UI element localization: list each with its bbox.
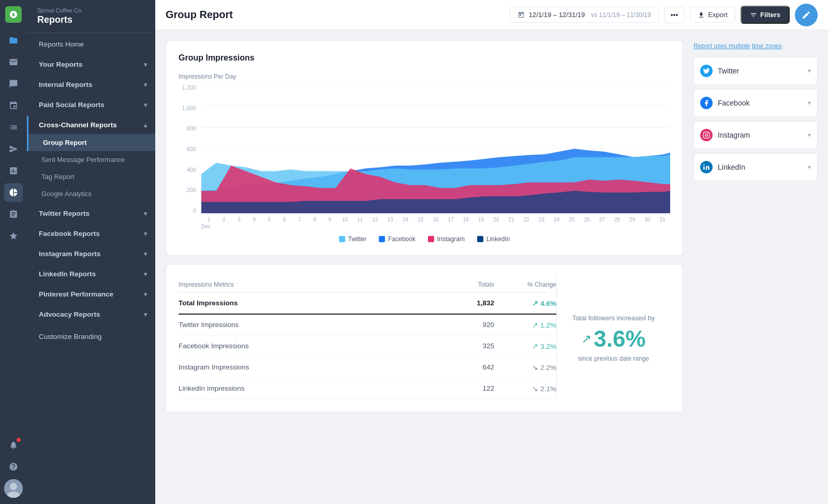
sidebar-label-twitter: Twitter Reports	[39, 210, 90, 217]
network-label-linkedin: LinkedIn	[718, 163, 745, 171]
page-title: Group Report	[166, 9, 233, 21]
chevron-down-icon: ▾	[144, 101, 147, 109]
nav-reports[interactable]	[4, 183, 23, 202]
legend-label-twitter: Twitter	[348, 235, 366, 243]
icon-bar	[0, 0, 27, 504]
y-label-400: 400	[179, 167, 196, 173]
sidebar-label-paid-social: Paid Social Reports	[39, 101, 105, 109]
x-tick: 31	[655, 217, 670, 223]
x-tick: 22	[519, 217, 534, 223]
metrics-side-panel: Total followers increased by ↗ 3.6% sinc…	[556, 277, 670, 399]
sidebar-item-google-analytics[interactable]: Google Analytics	[27, 185, 155, 202]
sidebar-header-linkedin[interactable]: LinkedIn Reports ▾	[27, 265, 155, 283]
y-label-0: 0	[179, 207, 196, 214]
sidebar-item-customize[interactable]: Customize Branding	[27, 328, 155, 346]
network-item-twitter[interactable]: Twitter ▾	[693, 57, 818, 85]
metric-label-linkedin: LinkedIn Impressions	[179, 384, 442, 393]
y-label-200: 200	[179, 187, 196, 193]
nav-folder[interactable]	[4, 31, 23, 50]
edit-button[interactable]	[795, 4, 818, 26]
chart-area: 1,200 1,000 800 600 400 200 0	[179, 84, 670, 229]
nav-bell[interactable]	[4, 436, 23, 454]
x-tick: 21	[504, 217, 519, 223]
y-label-1000: 1,000	[179, 105, 196, 111]
network-item-instagram[interactable]: Instagram ▾	[693, 121, 818, 149]
sidebar-label-pinterest: Pinterest Performance	[39, 290, 113, 298]
nav-send[interactable]	[4, 140, 23, 158]
sidebar-item-group-report[interactable]: Group Report	[27, 134, 155, 151]
chevron-down-icon: ▾	[144, 61, 147, 68]
x-tick: 11	[352, 217, 367, 223]
sidebar-sub-label-tag-report: Tag Report	[41, 173, 75, 181]
sidebar-header-facebook[interactable]: Facebook Reports ▾	[27, 225, 155, 243]
legend-twitter: Twitter	[339, 235, 366, 243]
chevron-down-icon: ▾	[144, 311, 147, 318]
sidebar-item-sent-message[interactable]: Sent Message Performance	[27, 151, 155, 168]
date-range-button[interactable]: 12/1/19 – 12/31/19 vs 11/1/19 – 11/30/19	[510, 7, 659, 23]
x-tick: 7	[292, 217, 307, 223]
x-month-label: Dec	[201, 224, 211, 229]
sidebar-header-internal-reports[interactable]: Internal Reports ▾	[27, 76, 155, 94]
sidebar-header-advocacy[interactable]: Advocacy Reports ▾	[27, 305, 155, 323]
nav-list[interactable]	[4, 118, 23, 137]
app-logo	[5, 6, 22, 23]
network-item-left-twitter: Twitter	[700, 65, 739, 77]
metric-row-linkedin: LinkedIn Impressions 122 ↘ 2.1%	[179, 378, 556, 399]
sidebar-header-instagram[interactable]: Instagram Reports ▾	[27, 245, 155, 263]
filters-button[interactable]: Filters	[741, 6, 790, 24]
topbar-actions: 12/1/19 – 12/31/19 vs 11/1/19 – 11/30/19…	[510, 4, 818, 26]
more-options-button[interactable]: •••	[664, 7, 685, 23]
svg-point-15	[708, 133, 708, 134]
x-tick: 14	[398, 217, 413, 223]
sidebar-section-instagram: Instagram Reports ▾	[27, 245, 155, 263]
sidebar-label-cross-channel: Cross-Channel Reports	[39, 121, 117, 129]
legend-dot-twitter	[339, 236, 345, 242]
sidebar-header-paid-social[interactable]: Paid Social Reports ▾	[27, 96, 155, 114]
sidebar-header-cross-channel[interactable]: Cross-Channel Reports ▴	[27, 116, 155, 134]
metric-label-twitter: Twitter Impressions	[179, 321, 442, 329]
linkedin-icon	[700, 161, 713, 173]
metric-value-instagram: 642	[442, 363, 494, 372]
sidebar-item-home[interactable]: Reports Home	[27, 35, 155, 53]
chevron-down-icon: ▾	[144, 291, 147, 298]
nav-pin[interactable]	[4, 96, 23, 115]
chevron-down-icon: ▾	[808, 131, 811, 139]
calendar-icon	[518, 11, 525, 19]
sidebar-section-twitter: Twitter Reports ▾	[27, 204, 155, 223]
nav-inbox[interactable]	[4, 53, 23, 71]
network-item-left-facebook: Facebook	[700, 97, 749, 109]
network-item-linkedin[interactable]: LinkedIn ▾	[693, 153, 818, 181]
sidebar-label-linkedin: LinkedIn Reports	[39, 270, 96, 278]
legend-instagram: Instagram	[428, 235, 465, 243]
nav-analytics[interactable]	[4, 161, 23, 180]
sidebar-header-twitter[interactable]: Twitter Reports ▾	[27, 204, 155, 223]
legend-label-linkedin: LinkedIn	[486, 235, 510, 243]
export-button[interactable]: Export	[690, 7, 735, 23]
sidebar-label-instagram: Instagram Reports	[39, 250, 100, 258]
chevron-down-icon: ▾	[144, 230, 147, 238]
col-header-change: % Change	[494, 281, 556, 288]
export-label: Export	[708, 11, 728, 19]
legend-dot-instagram	[428, 236, 434, 242]
y-label-800: 800	[179, 125, 196, 131]
x-tick: 18	[459, 217, 474, 223]
timezone-link[interactable]: multiple	[729, 42, 750, 50]
filters-icon	[750, 11, 757, 19]
date-range-label: 12/1/19 – 12/31/19	[529, 11, 585, 19]
x-tick: 24	[549, 217, 564, 223]
sidebar-header-your-reports[interactable]: Your Reports ▾	[27, 55, 155, 73]
svg-rect-13	[703, 132, 709, 138]
timezone-note: Report uses multiple time zones	[693, 40, 818, 50]
nav-tasks[interactable]	[4, 205, 23, 224]
nav-messages[interactable]	[4, 75, 23, 93]
metric-value-facebook: 325	[442, 342, 494, 350]
nav-star[interactable]	[4, 227, 23, 245]
network-item-facebook[interactable]: Facebook ▾	[693, 89, 818, 117]
sidebar: Sprout Coffee Co. Reports Reports Home Y…	[27, 0, 155, 504]
sidebar-header-pinterest[interactable]: Pinterest Performance ▾	[27, 285, 155, 303]
sidebar-item-tag-report[interactable]: Tag Report	[27, 168, 155, 185]
nav-help[interactable]	[4, 457, 23, 476]
metric-change-facebook: ↗ 3.2%	[494, 342, 556, 350]
user-avatar[interactable]	[4, 479, 23, 498]
sidebar-header: Sprout Coffee Co. Reports	[27, 0, 155, 33]
